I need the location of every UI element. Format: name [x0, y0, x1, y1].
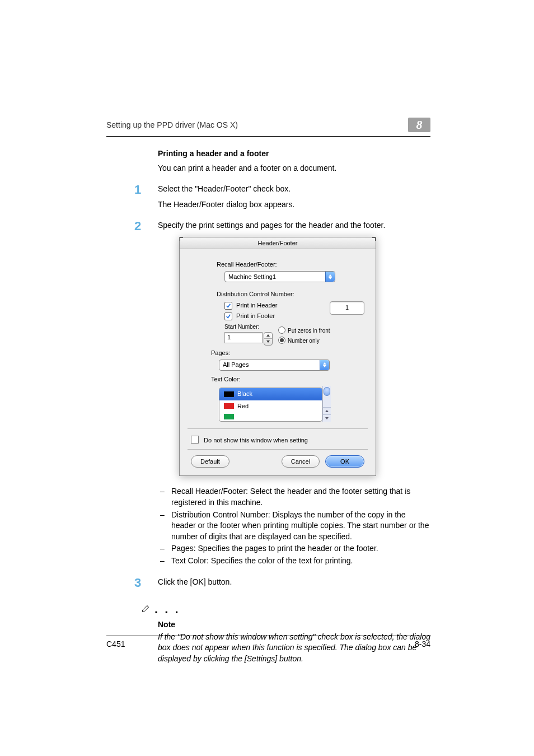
dialog-titlebar: Header/Footer — [180, 237, 376, 249]
section-intro: You can print a header and a footer on a… — [158, 163, 430, 174]
step-1-number: 1 — [134, 181, 141, 199]
dont-show-label: Do not show this window when setting — [204, 437, 308, 444]
step-2-number: 2 — [134, 218, 141, 235]
header-rule — [106, 136, 430, 137]
color-red-label: Red — [237, 402, 249, 410]
swatch-red — [224, 403, 234, 409]
bullet-recall: Recall Header/Footer: Select the header … — [158, 486, 430, 508]
step-3-number: 3 — [134, 575, 141, 592]
note-dots-icon: . . . — [154, 601, 180, 618]
radio-number-only-label: Number only — [288, 338, 320, 344]
section-heading: Printing a header and a footer — [158, 148, 430, 160]
recall-select[interactable]: Machine Setting1 — [224, 271, 335, 282]
pages-select-value: All Pages — [219, 361, 320, 369]
step-1-line1: Select the "Header/Footer" check box. — [158, 184, 430, 195]
textcolor-label: Text Color: — [211, 375, 364, 384]
footer-model: C451 — [106, 640, 125, 648]
pages-select[interactable]: All Pages — [219, 360, 330, 371]
running-head-text: Setting up the PPD driver (Mac OS X) — [106, 120, 238, 129]
start-number-input[interactable]: 1 — [224, 332, 263, 343]
start-number-label: Start Number: — [224, 323, 273, 331]
step-1-line2: The Header/Footer dialog box appears. — [158, 199, 430, 211]
radio-put-zeros-label: Put zeros in front — [288, 328, 330, 334]
print-header-checkbox[interactable] — [224, 302, 232, 310]
distribution-count-box: 1 — [330, 301, 364, 315]
start-number-stepper[interactable] — [264, 332, 273, 346]
swatch-green — [224, 414, 234, 419]
note-icon — [141, 603, 151, 613]
print-footer-label: Print in Footer — [236, 312, 275, 319]
swatch-black — [224, 391, 234, 397]
color-black-label: Black — [237, 390, 252, 398]
dialog-title: Header/Footer — [258, 240, 298, 246]
bullet-dist: Distribution Control Number: Displays th… — [158, 510, 430, 543]
print-header-label: Print in Header — [236, 302, 277, 309]
footer-pagenum: 8-34 — [415, 640, 430, 648]
step-2-line1: Specify the print settings and pages for… — [158, 220, 430, 231]
radio-number-only[interactable] — [278, 337, 285, 344]
dist-label: Distribution Control Number: — [217, 290, 364, 298]
bullet-pages: Pages: Specifies the pages to print the … — [158, 543, 430, 554]
select-arrow-icon — [320, 360, 329, 370]
bullet-textcolor: Text Color: Specifies the color of the t… — [158, 556, 430, 567]
cancel-button[interactable]: Cancel — [282, 455, 320, 468]
step-3-line1: Click the [OK] button. — [158, 577, 430, 588]
print-footer-checkbox[interactable] — [224, 312, 232, 320]
recall-select-value: Machine Setting1 — [225, 273, 325, 281]
recall-label: Recall Header/Footer: — [217, 260, 364, 269]
dont-show-checkbox[interactable] — [191, 436, 199, 444]
color-row-extra[interactable] — [219, 412, 322, 421]
ok-button[interactable]: OK — [325, 455, 364, 468]
note-label: Note — [158, 619, 430, 631]
color-list-scrollbar[interactable] — [322, 386, 331, 422]
select-arrow-icon — [325, 272, 335, 282]
default-button[interactable]: Default — [191, 455, 229, 468]
radio-put-zeros[interactable] — [278, 326, 285, 334]
text-color-list[interactable]: Black Red — [219, 388, 322, 422]
chapter-number-box: 8 — [408, 118, 430, 132]
header-footer-dialog: Header/Footer Recall Header/Footer: Mach… — [179, 237, 376, 477]
color-row-black[interactable]: Black — [219, 388, 322, 400]
color-row-red[interactable]: Red — [219, 400, 322, 412]
pages-label: Pages: — [211, 349, 364, 357]
